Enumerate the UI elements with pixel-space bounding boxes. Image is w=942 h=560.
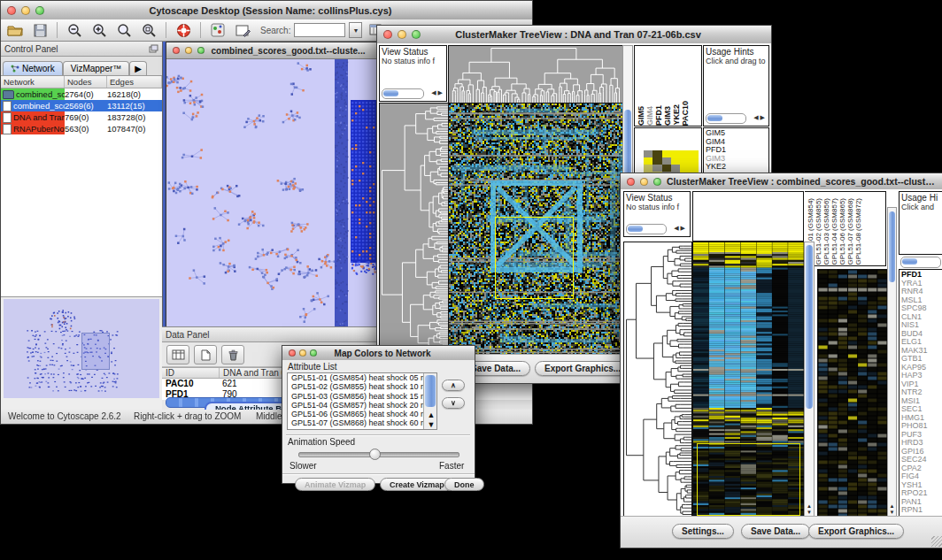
scroll-arrows-icon[interactable]: ◀▶ <box>674 225 687 232</box>
done-button[interactable]: Done <box>444 478 484 491</box>
cell: PAC10 <box>162 379 219 389</box>
attribute-list-item[interactable]: GPL51-07 (GSM868) heat shock 60 min <box>290 418 436 427</box>
usage-hints-hscrollbar[interactable]: ◀▶ <box>706 113 746 124</box>
zoom-window-icon[interactable] <box>310 349 317 357</box>
cs-gene-hscrollbar[interactable] <box>900 257 941 268</box>
export-graphics-button[interactable]: Export Graphics... <box>535 361 630 376</box>
annotation-icon[interactable] <box>232 21 253 39</box>
column-label[interactable]: GPL51-06 (GSM865) <box>838 198 846 265</box>
column-label[interactable]: GPL51-07 (GSM868) <box>846 198 854 265</box>
close-icon[interactable] <box>383 30 392 39</box>
column-label[interactable]: YKE2 <box>672 104 681 126</box>
scroll-arrows-icon[interactable]: ▲▼ <box>424 410 436 429</box>
column-label[interactable]: GPL51-02 (GSM855) <box>815 198 822 265</box>
scroll-arrows-icon[interactable]: ◀▶ <box>431 89 444 96</box>
tab-network[interactable]: Network <box>3 61 63 75</box>
attribute-list-item[interactable]: GPL51-04 (GSM857) heat shock 20 min <box>290 401 436 410</box>
network-table-row[interactable]: DNA and Tran 07769(0)183728(0) <box>1 111 162 123</box>
animate-vizmap-button[interactable]: Animate Vizmap <box>295 478 375 491</box>
cs-heatmap[interactable] <box>692 242 805 518</box>
settings-button[interactable]: Settings... <box>672 524 734 539</box>
open-file-button[interactable] <box>4 21 26 39</box>
attribute-list-scrollbar[interactable]: ▲▼ <box>423 373 436 429</box>
column-label[interactable]: GIM3 <box>663 106 672 126</box>
attribute-list-item[interactable]: GPL51-03 (GSM856) heat shock 15 min <box>290 392 436 401</box>
help-lifesaver-icon[interactable] <box>173 21 194 39</box>
network-view-titlebar[interactable]: combined_scores_good.txt--cluste... <box>166 42 390 59</box>
tab-overflow-button[interactable]: ▶ <box>129 61 147 75</box>
minimize-icon[interactable] <box>640 178 648 186</box>
col-nodes[interactable]: Nodes <box>65 76 107 88</box>
col-id[interactable]: ID <box>162 368 220 378</box>
scroll-arrows-icon[interactable]: ▲▼ <box>888 503 896 516</box>
minimize-icon[interactable] <box>398 30 406 39</box>
new-attribute-button[interactable] <box>194 345 217 364</box>
scroll-thumb[interactable] <box>425 375 436 407</box>
network-table-row[interactable]: RNAPuberNov2+563(0)107847(0) <box>1 123 162 134</box>
cs-vscrollbar[interactable]: ▲▼ <box>804 242 815 517</box>
column-label[interactable]: PFD1 <box>654 105 663 126</box>
cs-row-dendrogram[interactable] <box>623 242 692 518</box>
attribute-list-item[interactable]: GPL51-06 (GSM865) heat shock 40 min <box>290 410 436 418</box>
close-icon[interactable] <box>627 178 635 186</box>
move-down-button[interactable]: ∨ <box>442 397 465 409</box>
cs-zoom-vscrollbar[interactable]: ▲▼ <box>887 207 897 517</box>
dna-column-dendrogram[interactable] <box>448 45 623 104</box>
tab-vizmapper[interactable]: VizMapper™ <box>63 61 130 75</box>
dna-row-dendrogram[interactable] <box>379 103 449 357</box>
cs-zoom-heatmap[interactable] <box>817 269 888 518</box>
column-label[interactable]: GPL51-08 (GSM872) <box>854 198 862 265</box>
animation-slider-thumb[interactable] <box>369 449 381 460</box>
column-label[interactable]: PAC10 <box>681 101 690 126</box>
move-up-button[interactable]: ∧ <box>442 380 465 391</box>
zoom-window-icon[interactable] <box>35 6 44 15</box>
minimize-icon[interactable] <box>21 6 30 15</box>
network-canvas[interactable] <box>166 59 388 326</box>
attribute-list-item[interactable]: GPL51-02 (GSM855) heat shock 10 min <box>290 382 436 391</box>
close-icon[interactable] <box>173 47 180 54</box>
create-vizmap-button[interactable]: Create Vizmap <box>380 478 454 491</box>
dialog-titlebar[interactable]: Map Colors to Network <box>282 346 475 361</box>
zoom-in-icon[interactable] <box>89 21 110 39</box>
network-table-row[interactable]: combined_sco2569(6)13112(15) <box>1 100 162 111</box>
zoom-window-icon[interactable] <box>412 30 421 39</box>
network-overview-canvas[interactable] <box>4 299 159 398</box>
zoom-window-icon[interactable] <box>653 178 661 186</box>
minimize-icon[interactable] <box>299 349 306 357</box>
export-graphics-button[interactable]: Export Graphics... <box>808 524 904 539</box>
select-attributes-button[interactable] <box>166 345 189 364</box>
zoom-selected-icon[interactable] <box>113 21 135 39</box>
save-data-button[interactable]: Save Data... <box>741 524 810 539</box>
zoom-window-icon[interactable] <box>197 47 205 54</box>
col-edges[interactable]: Edges <box>107 76 162 88</box>
zoom-fit-icon[interactable] <box>138 21 159 39</box>
column-label[interactable]: GIM5 <box>637 106 645 126</box>
zoom-out-icon[interactable] <box>64 21 85 39</box>
column-label[interactable]: GIM4 <box>645 106 654 126</box>
treeview-dna-titlebar[interactable]: ClusterMaker TreeView : DNA and Tran 07-… <box>377 26 771 44</box>
cs-column-tree-area[interactable] <box>692 191 804 242</box>
save-button[interactable] <box>29 21 50 39</box>
vizmapper-icon[interactable] <box>207 21 228 39</box>
search-input[interactable] <box>294 23 345 37</box>
float-panel-icon[interactable] <box>149 44 158 53</box>
main-titlebar[interactable]: Cytoscape Desktop (Session Name: collins… <box>1 1 532 20</box>
view-status-hscrollbar[interactable]: ◀▶ <box>626 224 667 234</box>
close-icon[interactable] <box>7 6 16 15</box>
dna-heatmap[interactable] <box>448 103 623 357</box>
col-network[interactable]: Network <box>1 76 65 88</box>
scroll-arrows-icon[interactable]: ◀▶ <box>753 114 767 121</box>
delete-attribute-button[interactable] <box>221 345 244 364</box>
column-label[interactable]: GPL51-03 (GSM856) <box>822 198 830 265</box>
matrix-cell <box>690 165 699 172</box>
search-dropdown-icon[interactable]: ▼ <box>349 22 362 38</box>
network-table-row[interactable]: combined_scores2764(0)16218(0) <box>1 88 162 100</box>
column-label[interactable]: GPL51-04 (GSM857) <box>830 198 838 265</box>
minimize-icon[interactable] <box>185 47 192 54</box>
attribute-list-item[interactable]: GPL51-01 (GSM854) heat shock 05 min <box>290 373 436 382</box>
close-icon[interactable] <box>289 349 296 357</box>
treeview-cs-titlebar[interactable]: ClusterMaker TreeView : combined_scores_… <box>621 173 942 190</box>
scroll-arrows-icon[interactable]: ▲▼ <box>805 503 814 516</box>
view-status-hscrollbar[interactable]: ◀▶ <box>382 88 424 99</box>
resize-grip[interactable] <box>931 536 942 547</box>
